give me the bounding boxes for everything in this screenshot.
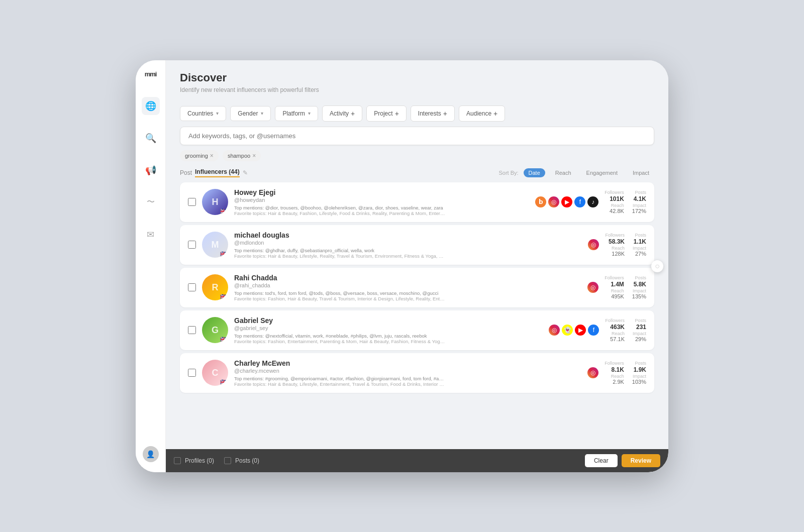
avatar: C 🇬🇧 bbox=[202, 360, 228, 386]
facebook-icon: f bbox=[574, 196, 585, 207]
card-checkbox[interactable] bbox=[188, 198, 196, 206]
influencer-handle: @mdlondon bbox=[234, 240, 582, 246]
tag-remove-icon[interactable]: × bbox=[252, 152, 256, 159]
sidebar: mmi 🌐 🔍 📢 〜 ✉ 👤 bbox=[136, 60, 166, 472]
clear-button[interactable]: Clear bbox=[585, 454, 618, 467]
tabs-row: Post Influencers (44) ✎ Sort By: Date Re… bbox=[180, 168, 654, 177]
filter-audience[interactable]: Audience + bbox=[459, 105, 505, 122]
snapchat-icon: 👻 bbox=[562, 325, 573, 336]
search-input[interactable] bbox=[188, 132, 646, 140]
profiles-checkbox[interactable] bbox=[174, 457, 181, 464]
influencer-topics: Favorite topics: Hair & Beauty, Lifestyl… bbox=[234, 253, 445, 259]
user-avatar[interactable]: 👤 bbox=[143, 446, 159, 462]
card-info: michael douglas @mdlondon Top mentions: … bbox=[234, 231, 582, 259]
influencer-name: michael douglas bbox=[234, 231, 582, 239]
followers-value: 1.4M bbox=[605, 281, 624, 288]
platform-icons: ◎ bbox=[587, 282, 598, 293]
search-box[interactable] bbox=[180, 127, 654, 145]
sidebar-item-search[interactable]: 🔍 bbox=[142, 129, 160, 147]
instagram-icon: ◎ bbox=[588, 239, 599, 250]
flag-icon: 🇬🇧 bbox=[219, 293, 228, 300]
influencer-topics: Favorite topics: Hair & Beauty, Lifestyl… bbox=[234, 381, 445, 387]
posts-label-stat: Posts bbox=[633, 318, 646, 323]
filters-row: Countries ▾ Gender ▾ Platform ▾ Activity… bbox=[180, 98, 654, 127]
card-checkbox[interactable] bbox=[188, 283, 196, 291]
youtube-icon: ▶ bbox=[561, 196, 572, 207]
sort-impact[interactable]: Impact bbox=[628, 168, 654, 177]
reach-row: Reach 42.8K bbox=[605, 203, 624, 214]
posts-checkbox[interactable] bbox=[224, 457, 231, 464]
flag-icon: 🇬🇧 bbox=[219, 208, 228, 215]
influencer-card: M 🇬🇧 michael douglas @mdlondon Top menti… bbox=[180, 225, 654, 265]
card-info: Howey Ejegi @howeydan Top mentions: @dio… bbox=[234, 188, 529, 216]
followers-value: 463K bbox=[605, 324, 625, 331]
chevron-down-icon: ▾ bbox=[216, 111, 219, 116]
avatar: R 🇬🇧 bbox=[202, 274, 228, 300]
posts-value: 231 bbox=[633, 324, 646, 331]
influencer-topics: Favorite topics: Fashion, Hair & Beauty,… bbox=[234, 296, 445, 301]
filter-project[interactable]: Project + bbox=[366, 105, 407, 122]
platform-icons: ◎ bbox=[588, 239, 599, 250]
card-info: Rahi Chadda @rahi_chadda Top mentions: t… bbox=[234, 274, 581, 301]
influencer-topics: Favorite topics: Hair & Beauty, Fashion,… bbox=[234, 210, 445, 216]
followers-value: 101K bbox=[605, 195, 624, 202]
posts-value: 5.8K bbox=[632, 281, 646, 288]
card-checkbox[interactable] bbox=[188, 326, 196, 334]
influencer-handle: @gabriel_sey bbox=[234, 325, 543, 331]
sidebar-item-globe[interactable]: 🌐 bbox=[142, 97, 160, 115]
card-checkbox[interactable] bbox=[188, 241, 196, 249]
influencer-card: G 🇬🇧 Gabriel Sey @gabriel_sey Top mentio… bbox=[180, 310, 654, 350]
review-button[interactable]: Review bbox=[622, 454, 660, 467]
sidebar-item-mail[interactable]: ✉ bbox=[142, 226, 160, 244]
sidebar-item-analytics[interactable]: 〜 bbox=[142, 193, 160, 211]
sidebar-item-megaphone[interactable]: 📢 bbox=[142, 161, 160, 179]
posts-value: 1.1K bbox=[633, 238, 646, 245]
influencer-card: H 🇬🇧 Howey Ejegi @howeydan Top mentions:… bbox=[180, 182, 654, 222]
influencer-name: Howey Ejegi bbox=[234, 188, 529, 196]
posts-label-stat: Posts bbox=[633, 233, 646, 238]
avatar: H 🇬🇧 bbox=[202, 189, 228, 215]
instagram-icon: ◎ bbox=[587, 282, 598, 293]
flag-icon: 🇬🇧 bbox=[219, 336, 228, 343]
filter-interests[interactable]: Interests + bbox=[411, 105, 455, 122]
tag-remove-icon[interactable]: × bbox=[210, 152, 214, 159]
tab-post[interactable]: Post bbox=[180, 169, 192, 176]
influencer-handle: @charley.mcewen bbox=[234, 368, 581, 374]
followers-label: Followers bbox=[605, 233, 625, 238]
plus-icon: + bbox=[443, 110, 447, 118]
tag-grooming: grooming × bbox=[180, 150, 219, 161]
avatar: M 🇬🇧 bbox=[202, 232, 228, 258]
card-checkbox[interactable] bbox=[188, 369, 196, 377]
platform-icons: ◎ bbox=[587, 367, 598, 378]
facebook-icon: f bbox=[588, 325, 599, 336]
sort-reach[interactable]: Reach bbox=[550, 168, 576, 177]
filter-activity[interactable]: Activity + bbox=[322, 105, 362, 122]
filter-countries[interactable]: Countries ▾ bbox=[180, 106, 226, 121]
posts-label-stat: Posts bbox=[632, 361, 646, 366]
impact-row: Impact 29% bbox=[633, 331, 646, 342]
app-logo: mmi bbox=[145, 70, 157, 78]
influencer-topics: Favorite topics: Fashion, Entertainment,… bbox=[234, 339, 445, 344]
followers-value: 8.1K bbox=[605, 366, 624, 373]
sort-engagement[interactable]: Engagement bbox=[581, 168, 623, 177]
card-info: Charley McEwen @charley.mcewen Top menti… bbox=[234, 359, 581, 387]
impact-row: Impact 103% bbox=[632, 374, 646, 385]
sort-date[interactable]: Date bbox=[524, 168, 545, 177]
filter-gender[interactable]: Gender ▾ bbox=[230, 106, 271, 121]
page-subtitle: Identify new relevant influencers with p… bbox=[180, 86, 654, 93]
influencer-mentions: Top mentions: tod's, ford, tom ford, @to… bbox=[234, 290, 445, 296]
edit-icon[interactable]: ✎ bbox=[243, 169, 248, 176]
card-stats: Followers Posts 8.1K 1.9K Reach 2.9K Imp… bbox=[605, 361, 646, 385]
filter-platform[interactable]: Platform ▾ bbox=[275, 106, 318, 121]
tab-influencers[interactable]: Influencers (44) bbox=[195, 168, 240, 177]
followers-label: Followers bbox=[605, 275, 624, 280]
platform-icons: ◎👻▶f bbox=[549, 325, 599, 336]
platform-icons: 𝗯◎▶f♪ bbox=[535, 196, 598, 207]
posts-label: Posts (0) bbox=[224, 457, 259, 464]
sort-options: Sort By: Date Reach Engagement Impact bbox=[498, 168, 654, 177]
influencer-name: Rahi Chadda bbox=[234, 274, 581, 282]
reach-row: Reach 2.9K bbox=[605, 374, 624, 385]
followers-value: 58.3K bbox=[605, 238, 625, 245]
impact-row: Impact 27% bbox=[633, 246, 646, 257]
reach-row: Reach 57.1K bbox=[605, 331, 625, 342]
